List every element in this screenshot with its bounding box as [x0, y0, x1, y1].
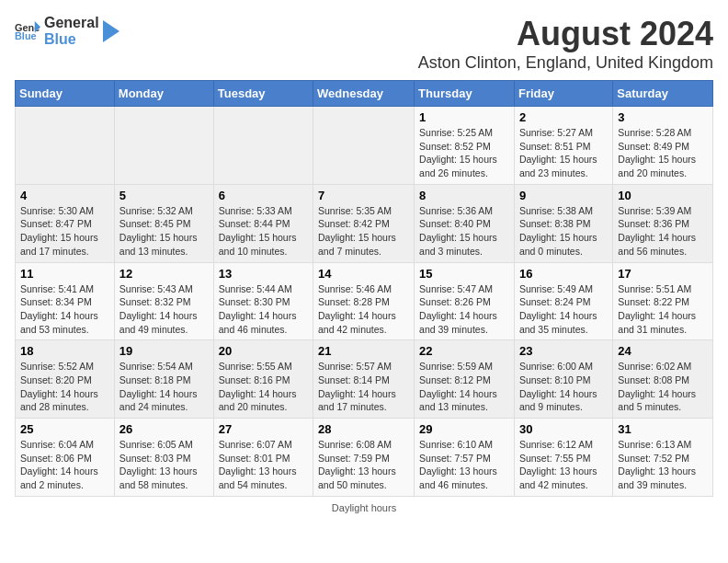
calendar-week-5: 25Sunrise: 6:04 AM Sunset: 8:06 PM Dayli… — [16, 419, 713, 497]
day-info: Sunrise: 5:44 AM Sunset: 8:30 PM Dayligh… — [219, 282, 308, 337]
calendar-cell: 15Sunrise: 5:47 AM Sunset: 8:26 PM Dayli… — [415, 262, 515, 340]
day-info: Sunrise: 6:08 AM Sunset: 7:59 PM Dayligh… — [318, 438, 409, 492]
day-number: 31 — [618, 422, 708, 436]
day-number: 17 — [618, 267, 708, 281]
day-info: Sunrise: 5:57 AM Sunset: 8:14 PM Dayligh… — [318, 360, 409, 414]
title-area: August 2024 Aston Clinton, England, Unit… — [418, 15, 713, 73]
calendar-cell: 23Sunrise: 6:00 AM Sunset: 8:10 PM Dayli… — [514, 340, 612, 419]
calendar-cell: 1Sunrise: 5:25 AM Sunset: 8:52 PM Daylig… — [415, 107, 515, 185]
logo-icon: General Blue — [15, 18, 40, 44]
col-header-friday: Friday — [514, 81, 612, 107]
calendar-cell: 2Sunrise: 5:27 AM Sunset: 8:51 PM Daylig… — [514, 107, 612, 185]
col-header-thursday: Thursday — [415, 81, 515, 107]
day-info: Sunrise: 5:28 AM Sunset: 8:49 PM Dayligh… — [618, 126, 708, 180]
day-info: Sunrise: 6:07 AM Sunset: 8:01 PM Dayligh… — [219, 438, 308, 492]
col-header-saturday: Saturday — [613, 81, 713, 107]
day-info: Sunrise: 5:27 AM Sunset: 8:51 PM Dayligh… — [519, 126, 608, 180]
day-number: 24 — [618, 344, 708, 358]
calendar-cell: 6Sunrise: 5:33 AM Sunset: 8:44 PM Daylig… — [213, 184, 313, 262]
svg-marker-3 — [103, 20, 119, 42]
calendar-cell: 22Sunrise: 5:59 AM Sunset: 8:12 PM Dayli… — [415, 340, 515, 419]
calendar-cell: 19Sunrise: 5:54 AM Sunset: 8:18 PM Dayli… — [114, 340, 213, 419]
day-info: Sunrise: 5:30 AM Sunset: 8:47 PM Dayligh… — [20, 204, 109, 259]
day-info: Sunrise: 5:41 AM Sunset: 8:34 PM Dayligh… — [20, 282, 109, 337]
day-number: 28 — [318, 422, 409, 436]
calendar-cell: 27Sunrise: 6:07 AM Sunset: 8:01 PM Dayli… — [213, 419, 313, 497]
calendar-cell: 8Sunrise: 5:36 AM Sunset: 8:40 PM Daylig… — [415, 184, 515, 262]
day-number: 7 — [318, 189, 409, 202]
day-number: 20 — [219, 344, 308, 358]
calendar-week-1: 1Sunrise: 5:25 AM Sunset: 8:52 PM Daylig… — [16, 107, 713, 185]
calendar: SundayMondayTuesdayWednesdayThursdayFrid… — [15, 80, 713, 497]
calendar-cell: 20Sunrise: 5:55 AM Sunset: 8:16 PM Dayli… — [213, 340, 313, 419]
day-number: 13 — [219, 267, 308, 281]
col-header-tuesday: Tuesday — [213, 81, 313, 107]
day-number: 21 — [318, 344, 409, 358]
calendar-cell: 5Sunrise: 5:32 AM Sunset: 8:45 PM Daylig… — [114, 184, 213, 262]
day-number: 11 — [20, 267, 109, 281]
day-info: Sunrise: 5:38 AM Sunset: 8:38 PM Dayligh… — [519, 204, 608, 259]
calendar-cell — [313, 107, 415, 185]
header: General Blue General Blue August 2024 As… — [15, 15, 713, 73]
logo-blue: Blue — [44, 31, 99, 48]
calendar-cell: 7Sunrise: 5:35 AM Sunset: 8:42 PM Daylig… — [313, 184, 415, 262]
day-number: 18 — [20, 344, 109, 358]
calendar-cell: 12Sunrise: 5:43 AM Sunset: 8:32 PM Dayli… — [114, 262, 213, 340]
day-number: 5 — [119, 189, 209, 202]
day-number: 25 — [20, 422, 109, 436]
calendar-cell: 13Sunrise: 5:44 AM Sunset: 8:30 PM Dayli… — [213, 262, 313, 340]
calendar-week-4: 18Sunrise: 5:52 AM Sunset: 8:20 PM Dayli… — [16, 340, 713, 419]
day-info: Sunrise: 6:13 AM Sunset: 7:52 PM Dayligh… — [618, 438, 708, 492]
calendar-cell: 30Sunrise: 6:12 AM Sunset: 7:55 PM Dayli… — [514, 419, 612, 497]
calendar-cell: 31Sunrise: 6:13 AM Sunset: 7:52 PM Dayli… — [613, 419, 713, 497]
day-number: 8 — [419, 189, 509, 202]
day-info: Sunrise: 6:04 AM Sunset: 8:06 PM Dayligh… — [20, 438, 109, 492]
day-info: Sunrise: 5:52 AM Sunset: 8:20 PM Dayligh… — [20, 360, 109, 414]
day-number: 29 — [419, 422, 509, 436]
day-info: Sunrise: 6:02 AM Sunset: 8:08 PM Dayligh… — [618, 360, 708, 414]
calendar-cell: 29Sunrise: 6:10 AM Sunset: 7:57 PM Dayli… — [415, 419, 515, 497]
day-number: 10 — [618, 189, 708, 202]
main-title: August 2024 — [418, 15, 713, 53]
calendar-cell: 26Sunrise: 6:05 AM Sunset: 8:03 PM Dayli… — [114, 419, 213, 497]
calendar-cell: 28Sunrise: 6:08 AM Sunset: 7:59 PM Dayli… — [313, 419, 415, 497]
calendar-cell: 9Sunrise: 5:38 AM Sunset: 8:38 PM Daylig… — [514, 184, 612, 262]
day-info: Sunrise: 5:46 AM Sunset: 8:28 PM Dayligh… — [318, 282, 409, 337]
day-number: 12 — [119, 267, 209, 281]
day-number: 27 — [219, 422, 308, 436]
footer-note: Daylight hours — [15, 502, 713, 513]
calendar-cell: 4Sunrise: 5:30 AM Sunset: 8:47 PM Daylig… — [16, 184, 115, 262]
footer-label: Daylight hours — [332, 502, 396, 513]
calendar-week-2: 4Sunrise: 5:30 AM Sunset: 8:47 PM Daylig… — [16, 184, 713, 262]
calendar-cell: 3Sunrise: 5:28 AM Sunset: 8:49 PM Daylig… — [613, 107, 713, 185]
day-info: Sunrise: 5:25 AM Sunset: 8:52 PM Dayligh… — [419, 126, 509, 180]
day-number: 6 — [219, 189, 308, 202]
day-info: Sunrise: 6:10 AM Sunset: 7:57 PM Dayligh… — [419, 438, 509, 492]
calendar-cell: 10Sunrise: 5:39 AM Sunset: 8:36 PM Dayli… — [613, 184, 713, 262]
day-info: Sunrise: 5:54 AM Sunset: 8:18 PM Dayligh… — [119, 360, 209, 414]
day-number: 16 — [519, 267, 608, 281]
day-number: 9 — [519, 189, 608, 202]
logo-arrow-icon — [103, 20, 119, 42]
day-number: 30 — [519, 422, 608, 436]
calendar-cell — [213, 107, 313, 185]
svg-text:Blue: Blue — [15, 30, 37, 41]
calendar-cell — [16, 107, 115, 185]
day-number: 3 — [618, 110, 708, 124]
calendar-cell: 24Sunrise: 6:02 AM Sunset: 8:08 PM Dayli… — [613, 340, 713, 419]
calendar-cell: 14Sunrise: 5:46 AM Sunset: 8:28 PM Dayli… — [313, 262, 415, 340]
logo: General Blue General Blue — [15, 15, 119, 47]
logo-general: General — [44, 15, 99, 31]
day-info: Sunrise: 5:49 AM Sunset: 8:24 PM Dayligh… — [519, 282, 608, 337]
day-info: Sunrise: 5:39 AM Sunset: 8:36 PM Dayligh… — [618, 204, 708, 259]
day-number: 2 — [519, 110, 608, 124]
day-number: 1 — [419, 110, 509, 124]
calendar-cell: 11Sunrise: 5:41 AM Sunset: 8:34 PM Dayli… — [16, 262, 115, 340]
day-info: Sunrise: 6:12 AM Sunset: 7:55 PM Dayligh… — [519, 438, 608, 492]
day-number: 22 — [419, 344, 509, 358]
day-info: Sunrise: 6:00 AM Sunset: 8:10 PM Dayligh… — [519, 360, 608, 414]
day-info: Sunrise: 5:32 AM Sunset: 8:45 PM Dayligh… — [119, 204, 209, 259]
day-info: Sunrise: 5:43 AM Sunset: 8:32 PM Dayligh… — [119, 282, 209, 337]
subtitle: Aston Clinton, England, United Kingdom — [418, 53, 713, 73]
day-info: Sunrise: 5:59 AM Sunset: 8:12 PM Dayligh… — [419, 360, 509, 414]
